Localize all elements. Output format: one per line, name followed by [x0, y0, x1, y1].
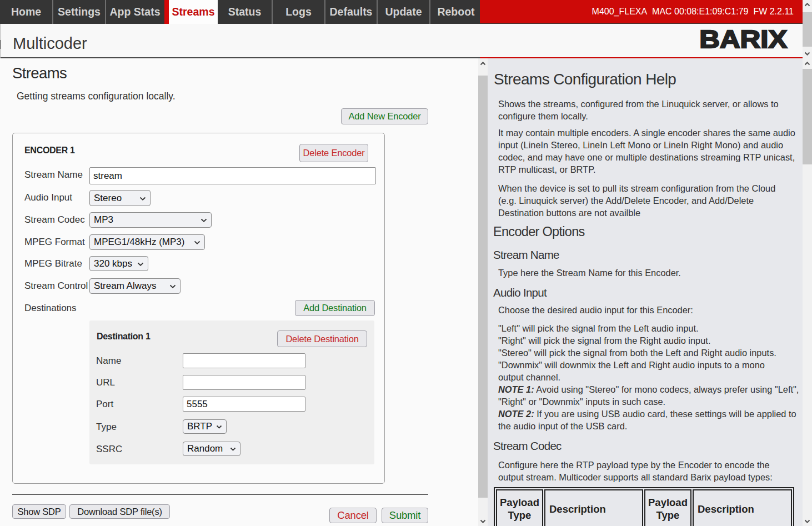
svg-text:BARIX: BARIX	[699, 28, 788, 50]
